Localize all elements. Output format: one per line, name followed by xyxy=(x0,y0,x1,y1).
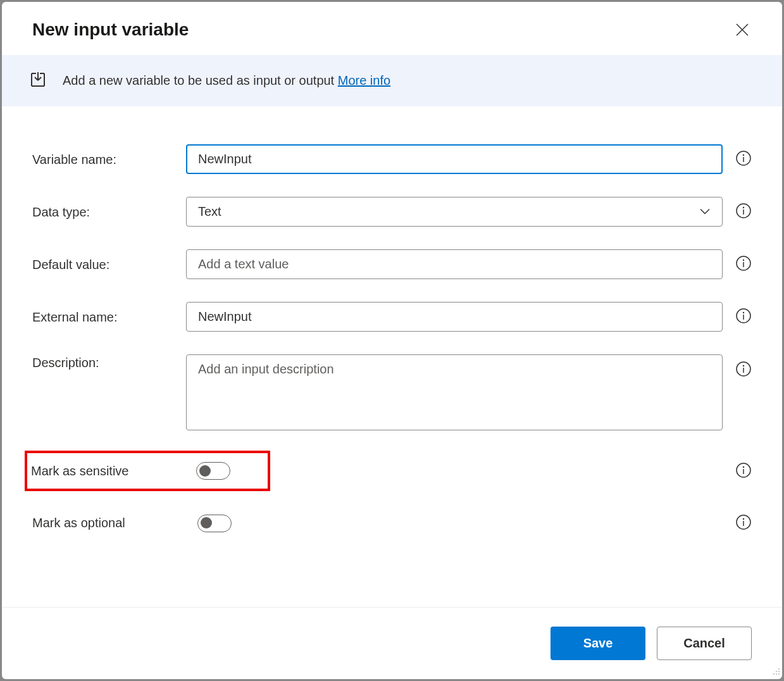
info-banner: Add a new variable to be used as input o… xyxy=(2,55,782,106)
save-button[interactable]: Save xyxy=(551,627,645,660)
mark-optional-toggle[interactable] xyxy=(197,515,232,532)
mark-optional-label: Mark as optional xyxy=(32,516,185,530)
mark-optional-row: Mark as optional xyxy=(32,514,752,532)
svg-point-18 xyxy=(776,673,777,675)
description-label: Description: xyxy=(32,354,173,370)
svg-point-15 xyxy=(776,671,777,672)
data-type-label: Data type: xyxy=(32,204,173,220)
variable-name-label: Variable name: xyxy=(32,151,173,167)
variable-name-input[interactable] xyxy=(186,144,723,174)
resize-handle[interactable] xyxy=(771,666,781,678)
svg-point-9 xyxy=(743,365,744,366)
external-name-input[interactable] xyxy=(186,302,723,332)
dialog-footer: Save Cancel xyxy=(2,607,782,679)
variable-name-row: Variable name: xyxy=(32,144,752,174)
svg-point-13 xyxy=(743,518,744,520)
svg-point-11 xyxy=(743,466,744,467)
info-icon[interactable] xyxy=(735,203,752,221)
toggle-knob xyxy=(201,517,212,528)
info-icon[interactable] xyxy=(735,308,752,326)
data-type-row: Data type: Text xyxy=(32,197,752,227)
dialog-header: New input variable xyxy=(2,2,782,55)
close-icon xyxy=(735,23,749,37)
default-value-label: Default value: xyxy=(32,256,173,272)
svg-point-5 xyxy=(743,259,744,261)
toggle-knob xyxy=(199,465,211,477)
svg-point-3 xyxy=(743,207,744,208)
mark-sensitive-toggle[interactable] xyxy=(196,462,230,480)
info-icon[interactable] xyxy=(735,255,752,273)
description-textarea[interactable] xyxy=(186,354,723,430)
toggle-section: Mark as sensitive Mark as optional xyxy=(32,451,752,532)
data-type-select[interactable]: Text xyxy=(186,197,723,227)
description-row: Description: xyxy=(32,354,752,430)
info-icon[interactable] xyxy=(735,462,752,480)
banner-message: Add a new variable to be used as input o… xyxy=(63,73,338,87)
info-icon[interactable] xyxy=(735,514,752,532)
banner-text: Add a new variable to be used as input o… xyxy=(63,73,390,88)
mark-sensitive-row: Mark as sensitive xyxy=(32,451,752,491)
svg-point-14 xyxy=(778,668,780,670)
dialog-title: New input variable xyxy=(32,20,189,40)
external-name-row: External name: xyxy=(32,302,752,332)
svg-point-7 xyxy=(743,312,744,313)
info-icon[interactable] xyxy=(735,150,752,168)
svg-point-1 xyxy=(743,154,744,156)
external-name-label: External name: xyxy=(32,309,173,325)
mark-sensitive-label: Mark as sensitive xyxy=(31,464,184,478)
more-info-link[interactable]: More info xyxy=(338,73,390,87)
svg-point-17 xyxy=(773,673,775,675)
default-value-row: Default value: xyxy=(32,249,752,279)
new-input-variable-dialog: New input variable Add a new variable to… xyxy=(2,2,782,679)
input-arrow-icon xyxy=(28,70,47,91)
close-button[interactable] xyxy=(733,20,752,39)
sensitive-highlight: Mark as sensitive xyxy=(25,451,270,491)
default-value-input[interactable] xyxy=(186,249,723,279)
svg-point-16 xyxy=(778,671,780,672)
cancel-button[interactable]: Cancel xyxy=(657,627,752,660)
info-icon[interactable] xyxy=(735,361,752,379)
form-body: Variable name: Data type: Text xyxy=(2,106,782,607)
svg-point-19 xyxy=(778,673,780,675)
